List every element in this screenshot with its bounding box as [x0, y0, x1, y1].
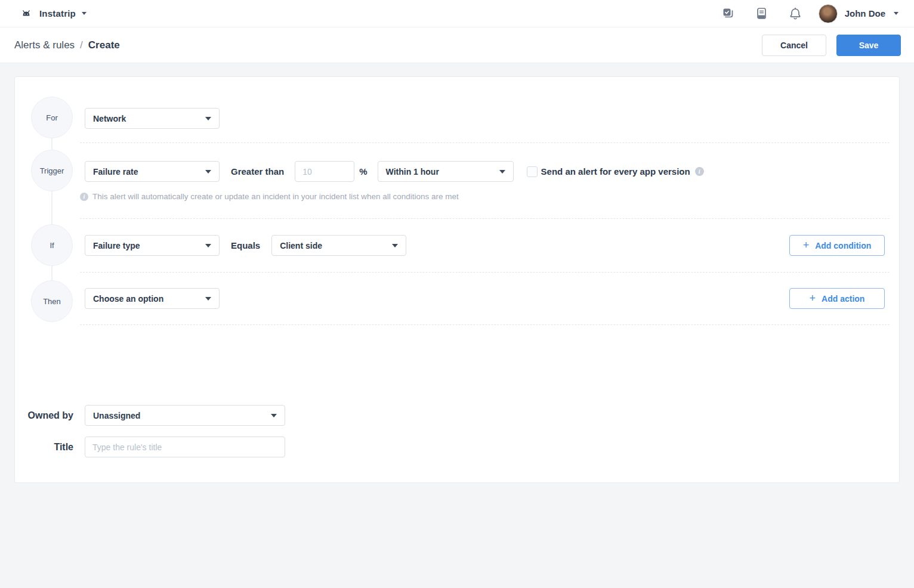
- step-circle-then: Then: [31, 280, 73, 322]
- threshold-input[interactable]: [295, 161, 354, 182]
- user-name: John Doe: [845, 8, 885, 18]
- trigger-note: i This alert will automatically create o…: [80, 192, 459, 201]
- info-icon: i: [80, 193, 88, 201]
- chevron-down-icon: [205, 170, 211, 174]
- owned-by-row: Owned by Unassigned: [15, 405, 285, 426]
- step-circle-trigger: Trigger: [31, 150, 73, 191]
- save-button[interactable]: Save: [836, 35, 901, 56]
- condition-value-dropdown[interactable]: Client side: [271, 235, 406, 256]
- then-row: Choose an option: [85, 288, 220, 309]
- platform-dropdown[interactable]: Network: [85, 108, 220, 129]
- chevron-down-icon: [894, 12, 898, 15]
- section-divider: [80, 143, 890, 143]
- operator-label: Equals: [231, 240, 260, 250]
- chevron-down-icon: [499, 170, 505, 174]
- breadcrumb-separator: /: [80, 39, 83, 51]
- for-row: Network: [85, 108, 220, 129]
- add-action-button[interactable]: + Add action: [789, 288, 885, 309]
- header-actions: Cancel Save: [762, 35, 901, 56]
- page-header: Alerts & rules / Create Cancel Save: [0, 27, 914, 63]
- breadcrumb: Alerts & rules / Create: [14, 39, 120, 51]
- condition-field-dropdown[interactable]: Failure type: [85, 235, 220, 256]
- condition-value-value: Client side: [280, 241, 322, 250]
- step-connector-line: [51, 117, 53, 301]
- plus-icon: +: [810, 293, 816, 304]
- step-circle-if: If: [31, 224, 73, 266]
- title-row: Title: [15, 437, 285, 457]
- section-divider: [80, 272, 890, 273]
- time-window-dropdown[interactable]: Within 1 hour: [378, 161, 514, 182]
- title-label: Title: [15, 442, 73, 453]
- breadcrumb-alerts-rules[interactable]: Alerts & rules: [14, 39, 75, 51]
- trigger-metric-value: Failure rate: [93, 167, 138, 177]
- trigger-note-text: This alert will automatically create or …: [92, 192, 459, 201]
- trigger-row: Failure rate Greater than % Within 1 hou…: [85, 161, 704, 182]
- if-row: Failure type Equals Client side: [85, 235, 406, 256]
- platform-dropdown-value: Network: [93, 114, 126, 123]
- trigger-metric-dropdown[interactable]: Failure rate: [85, 161, 220, 182]
- chevron-down-icon: [205, 297, 211, 301]
- condition-field-value: Failure type: [93, 241, 140, 250]
- chevron-down-icon: [271, 414, 277, 417]
- time-window-value: Within 1 hour: [386, 167, 439, 177]
- topbar-actions: John Doe: [702, 4, 898, 23]
- every-app-version-label: Send an alert for every app version: [541, 166, 690, 177]
- section-divider: [80, 218, 890, 219]
- chevron-down-icon: [82, 12, 87, 15]
- chevron-down-icon: [392, 244, 398, 247]
- user-menu[interactable]: John Doe: [802, 4, 898, 23]
- add-condition-button[interactable]: + Add condition: [789, 235, 885, 256]
- every-app-version-checkbox[interactable]: [527, 166, 538, 177]
- plus-icon: +: [803, 240, 810, 250]
- add-action-label: Add action: [822, 294, 864, 304]
- step-circle-for: For: [31, 97, 73, 138]
- tasks-icon[interactable]: [722, 7, 735, 20]
- add-condition-label: Add condition: [815, 241, 871, 250]
- percent-unit-label: %: [359, 166, 367, 177]
- owned-by-label: Owned by: [15, 410, 73, 421]
- app-name: Instatrip: [39, 8, 76, 18]
- notifications-bell-icon[interactable]: [789, 7, 802, 20]
- chevron-down-icon: [205, 244, 211, 247]
- cancel-button[interactable]: Cancel: [762, 35, 826, 56]
- action-dropdown-value: Choose an option: [93, 294, 163, 304]
- owner-dropdown-value: Unassigned: [93, 411, 140, 420]
- user-avatar: [819, 4, 838, 23]
- page-title: Create: [88, 39, 120, 51]
- action-dropdown[interactable]: Choose an option: [85, 288, 220, 309]
- topbar: Instatrip: [0, 0, 914, 27]
- release-notes-icon[interactable]: [755, 7, 768, 20]
- info-icon[interactable]: i: [695, 167, 704, 176]
- owner-dropdown[interactable]: Unassigned: [85, 405, 285, 426]
- android-logo-icon: [19, 8, 33, 18]
- main-content: For Trigger If Then Network Failure rate…: [0, 63, 914, 483]
- comparator-label: Greater than: [231, 166, 284, 177]
- rule-title-input[interactable]: [85, 437, 285, 457]
- chevron-down-icon: [205, 117, 211, 120]
- section-divider: [80, 324, 890, 325]
- rule-builder-card: For Trigger If Then Network Failure rate…: [14, 76, 900, 483]
- app-switcher[interactable]: Instatrip: [19, 8, 87, 18]
